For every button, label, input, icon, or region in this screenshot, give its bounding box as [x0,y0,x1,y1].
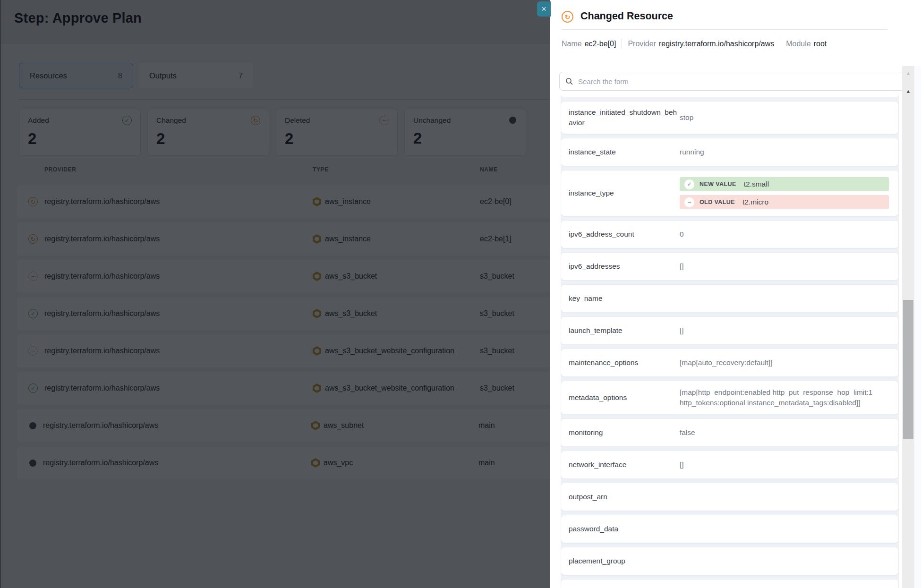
resource-meta: Name ec2-be[0] Provider registry.terrafo… [562,39,827,49]
attribute-key: maintenance_options [569,358,680,368]
check-circle-icon: ✓ [684,179,694,189]
attribute-value: [map[http_endpoint:enabled http_put_resp… [680,387,891,409]
meta-provider-value: registry.terraform.io/hashicorp/aws [659,40,774,48]
attribute-value: [] [680,261,891,272]
attribute-row: outpost_arn [561,483,899,511]
attribute-key: monitoring [569,427,680,438]
attribute-row: maintenance_options [map[auto_recovery:d… [561,349,899,377]
attribute-key: metadata_options [569,392,680,403]
attribute-key: instance_state [569,147,680,157]
attribute-key: instance_initiated_shutdown_behavior [569,107,680,128]
scroll-up-icon[interactable]: ▲ [902,88,914,94]
refresh-circle-icon: ↻ [562,11,573,23]
attribute-row: instance_initiated_shutdown_behavior sto… [561,101,899,134]
attribute-row: key_name [561,284,899,313]
attribute-value: [] [680,460,891,470]
old-value-chip: − OLD VALUE t2.micro [680,195,889,209]
attribute-row: network_interface [] [561,451,899,479]
meta-provider-label: Provider [628,40,656,48]
attribute-row: monitoring false [561,418,899,447]
attribute-row: launch_template [] [561,316,899,345]
attribute-row: password_data [561,515,899,543]
attribute-value: 0 [680,229,891,239]
search-box [559,72,904,91]
attribute-key: network_interface [569,460,680,470]
meta-separator [622,39,622,49]
attribute-row: ipv6_addresses [] [561,252,899,281]
attribute-row: metadata_options [map[http_endpoint:enab… [561,381,899,415]
close-icon: × [541,4,546,14]
attribute-key: password_data [569,524,680,534]
window-edge [0,0,1,588]
attribute-value: [map[auto_recovery:default]] [680,358,891,368]
new-value-chip: ✓ NEW VALUE t2.small [680,177,889,191]
meta-name-value: ec2-be[0] [585,40,616,48]
attribute-row-diff: instance_type ✓ NEW VALUE t2.small − OLD… [561,170,899,216]
attribute-key: ipv6_addresses [569,261,680,272]
attribute-value: stop [680,112,891,123]
attribute-row: ipv6_address_count 0 [561,220,899,248]
scrollbar-thumb[interactable] [903,300,913,439]
new-value-label: NEW VALUE [699,181,736,187]
old-value-label: OLD VALUE [699,199,735,205]
drawer-divider [562,29,887,30]
changed-resource-drawer: ↻ Changed Resource Name ec2-be[0] Provid… [550,0,921,588]
app-root: Step: Approve Plan Resources 8 Outputs 7… [0,0,921,588]
attribute-key: placement_group [569,556,680,566]
attribute-value: [] [680,325,891,336]
meta-separator [780,39,780,49]
search-icon [565,77,573,85]
partial-row-top [561,94,899,97]
attribute-key: key_name [569,293,680,304]
minus-circle-icon: − [684,197,694,207]
outer-scrollbar-gutter [914,66,921,588]
attribute-value: false [680,427,891,438]
attribute-row: instance_state running [561,138,899,166]
old-value-text: t2.micro [742,198,768,206]
meta-name-label: Name [562,40,582,48]
search-input[interactable] [577,77,898,86]
partial-row-bottom [561,579,899,588]
value-diff: ✓ NEW VALUE t2.small − OLD VALUE t2.micr… [680,177,891,209]
scroll-up-icon[interactable]: ▲ [902,70,914,77]
attribute-value: running [680,147,891,157]
close-drawer-button[interactable]: × [537,1,551,17]
drawer-title: Changed Resource [580,10,673,22]
attribute-row: placement_group [561,547,899,575]
meta-module-value: root [814,40,827,48]
attribute-list[interactable]: instance_initiated_shutdown_behavior sto… [561,94,899,588]
new-value-text: t2.small [744,180,769,188]
attribute-key: instance_type [569,188,680,198]
attribute-key: launch_template [569,325,680,336]
attribute-key: ipv6_address_count [569,229,680,239]
modal-dim-overlay[interactable] [0,0,550,588]
meta-module-label: Module [786,40,810,48]
attribute-key: outpost_arn [569,492,680,502]
